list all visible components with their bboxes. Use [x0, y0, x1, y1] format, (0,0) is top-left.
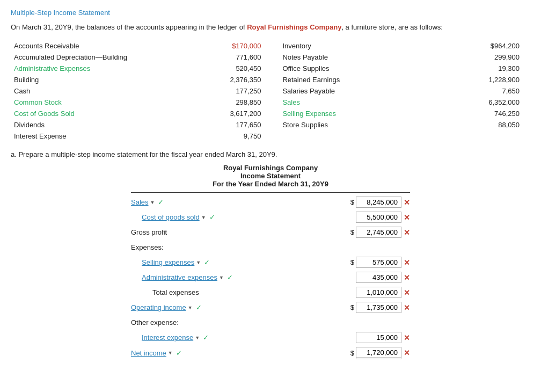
dropdown-icon-sales[interactable]: ▼: [150, 200, 155, 205]
statement-row-expenses_label: Expenses:: [131, 240, 410, 255]
x-icon-admin_exp[interactable]: ✕: [404, 273, 410, 282]
statement-company: Royal Furnishings Company: [131, 164, 410, 172]
account-right-value: 19,300: [459, 63, 530, 74]
account-name: Administrative Expenses: [11, 63, 200, 74]
statement-body: Sales ▼ ✓$✕Cost of goods sold ▼ ✓✕Gross …: [131, 192, 410, 361]
stmt-right-gross_profit: $✕: [324, 227, 410, 238]
account-value: 177,250: [200, 85, 272, 97]
dropdown-icon-operating_income[interactable]: ▼: [188, 305, 193, 310]
x-icon-net_income[interactable]: ✕: [404, 349, 410, 357]
x-icon-sales[interactable]: ✕: [404, 198, 410, 207]
account-right-value: $964,200: [459, 40, 530, 52]
account-value: $170,000: [200, 40, 272, 52]
dropdown-icon-cogs[interactable]: ▼: [201, 215, 206, 220]
dropdown-icon-net_income[interactable]: ▼: [168, 350, 173, 355]
account-name: Cash: [11, 85, 200, 97]
check-icon-admin_exp: ✓: [227, 273, 233, 281]
stmt-input-sales[interactable]: [356, 197, 401, 208]
stmt-input-interest_expense[interactable]: [356, 332, 401, 343]
x-icon-interest_expense[interactable]: ✕: [404, 333, 410, 342]
statement-doc-title: Income Statement: [131, 172, 410, 180]
stmt-label-text-cogs[interactable]: Cost of goods sold: [142, 213, 200, 221]
x-icon-cogs[interactable]: ✕: [404, 213, 410, 222]
x-icon-selling_exp[interactable]: ✕: [404, 258, 410, 267]
account-right-name: Sales: [272, 97, 459, 108]
stmt-right-cogs: ✕: [324, 212, 410, 223]
stmt-input-gross_profit[interactable]: [356, 227, 401, 238]
page-title: Multiple-Step Income Statement: [11, 9, 530, 17]
account-right-value: 1,228,900: [459, 74, 530, 85]
stmt-label-other_expense_label: Other expense:: [131, 318, 410, 326]
account-right-name: Office Supplies: [272, 63, 459, 74]
stmt-label-text-sales[interactable]: Sales: [131, 198, 149, 206]
stmt-label-interest_expense: Interest expense ▼ ✓: [131, 333, 324, 342]
x-icon-gross_profit[interactable]: ✕: [404, 228, 410, 237]
income-statement: Royal Furnishings Company Income Stateme…: [131, 164, 410, 361]
stmt-label-gross_profit: Gross profit: [131, 228, 324, 236]
intro-suffix: ,: [341, 23, 345, 31]
stmt-right-total_expenses: ✕: [324, 287, 410, 298]
account-right-value: 6,352,000: [459, 97, 530, 108]
account-value: 3,617,200: [200, 108, 272, 119]
stmt-input-cogs[interactable]: [356, 212, 401, 223]
stmt-label-text-operating_income[interactable]: Operating income: [131, 303, 186, 311]
stmt-prefix-operating_income: $: [350, 303, 354, 311]
account-name: Cost of Goods Sold: [11, 108, 200, 119]
statement-row-total_expenses: Total expenses✕: [131, 285, 410, 300]
stmt-right-operating_income: $✕: [324, 302, 410, 313]
stmt-label-text-interest_expense[interactable]: Interest expense: [142, 333, 193, 342]
statement-row-other_expense_label: Other expense:: [131, 315, 410, 330]
company-name-inline: Royal Furnishings Company: [247, 23, 341, 31]
stmt-label-expenses_label: Expenses:: [131, 243, 410, 251]
dropdown-icon-selling_exp[interactable]: ▼: [196, 260, 201, 265]
stmt-prefix-selling_exp: $: [350, 258, 354, 266]
account-value: 520,450: [200, 63, 272, 74]
stmt-prefix-sales: $: [350, 198, 354, 206]
stmt-input-net_income[interactable]: [356, 347, 401, 359]
statement-row-net_income: Net income ▼ ✓$✕: [131, 345, 410, 361]
stmt-label-selling_exp: Selling expenses ▼ ✓: [131, 258, 324, 266]
dropdown-icon-interest_expense[interactable]: ▼: [195, 335, 200, 340]
account-right-name: [272, 130, 459, 142]
stmt-input-selling_exp[interactable]: [356, 257, 401, 268]
account-value: 177,650: [200, 119, 272, 130]
stmt-input-operating_income[interactable]: [356, 302, 401, 313]
account-right-name: Salaries Payable: [272, 85, 459, 97]
intro-text: On March 31, 20Y9, the balances of the a…: [11, 22, 530, 33]
stmt-right-selling_exp: $✕: [324, 257, 410, 268]
account-name: Accumulated Depreciation—Building: [11, 52, 200, 63]
dropdown-icon-admin_exp[interactable]: ▼: [219, 275, 224, 280]
x-icon-total_expenses[interactable]: ✕: [404, 288, 410, 297]
account-right-name: Notes Payable: [272, 52, 459, 63]
account-right-name: Retained Earnings: [272, 74, 459, 85]
statement-row-operating_income: Operating income ▼ ✓$✕: [131, 300, 410, 315]
account-value: 771,600: [200, 52, 272, 63]
stmt-input-total_expenses[interactable]: [356, 287, 401, 298]
stmt-label-text-net_income[interactable]: Net income: [131, 349, 166, 357]
section-label: a. Prepare a multiple-step income statem…: [11, 150, 530, 158]
stmt-label-text-admin_exp[interactable]: Administrative expenses: [142, 273, 217, 281]
statement-row-gross_profit: Gross profit$✕: [131, 225, 410, 240]
accounts-table: Accounts Receivable$170,000Inventory$964…: [11, 40, 530, 142]
check-icon-sales: ✓: [158, 198, 164, 206]
statement-row-admin_exp: Administrative expenses ▼ ✓✕: [131, 270, 410, 285]
stmt-label-cogs: Cost of goods sold ▼ ✓: [131, 213, 324, 221]
check-icon-cogs: ✓: [209, 213, 215, 221]
stmt-input-admin_exp[interactable]: [356, 272, 401, 283]
account-right-value: 299,900: [459, 52, 530, 63]
stmt-right-net_income: $✕: [324, 347, 410, 359]
account-right-value: 88,050: [459, 119, 530, 130]
stmt-label-text-selling_exp[interactable]: Selling expenses: [142, 258, 194, 266]
stmt-right-admin_exp: ✕: [324, 272, 410, 283]
statement-row-interest_expense: Interest expense ▼ ✓✕: [131, 330, 410, 345]
check-icon-operating_income: ✓: [196, 303, 202, 311]
stmt-prefix-net_income: $: [350, 349, 354, 357]
statement-row-cogs: Cost of goods sold ▼ ✓✕: [131, 210, 410, 225]
account-value: 2,376,350: [200, 74, 272, 85]
account-name: Accounts Receivable: [11, 40, 200, 52]
account-right-value: 7,650: [459, 85, 530, 97]
statement-header: Royal Furnishings Company Income Stateme…: [131, 164, 410, 188]
x-icon-operating_income[interactable]: ✕: [404, 303, 410, 312]
account-right-name: Inventory: [272, 40, 459, 52]
stmt-label-net_income: Net income ▼ ✓: [131, 349, 324, 357]
